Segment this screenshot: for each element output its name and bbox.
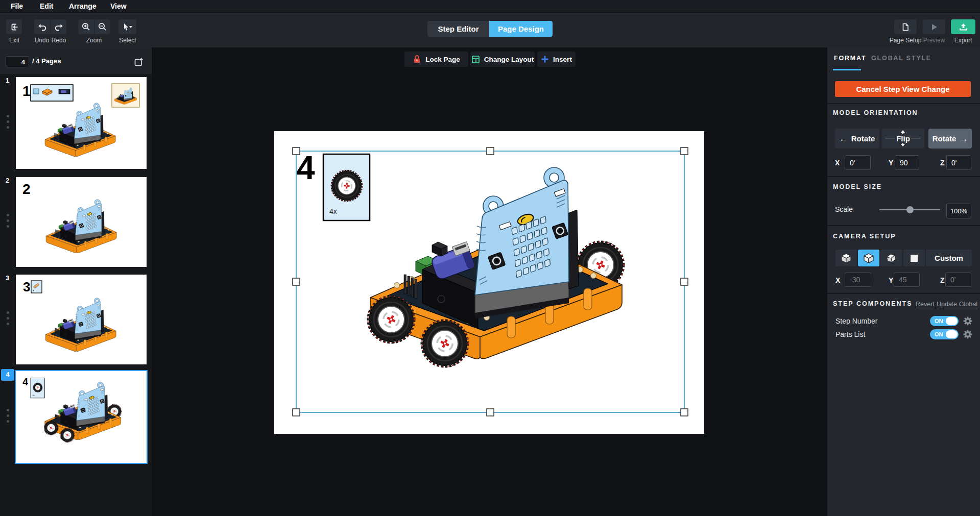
svg-text:2: 2	[22, 181, 31, 197]
svg-text:1: 1	[22, 83, 31, 99]
svg-text:3: 3	[23, 279, 30, 294]
